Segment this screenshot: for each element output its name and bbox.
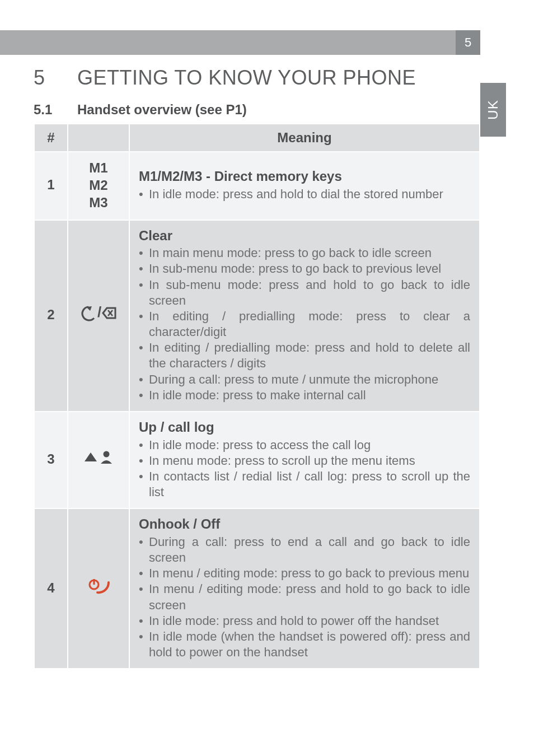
bullet: In main menu mode: press to go back to i… [139, 245, 470, 261]
bullet: In idle mode: press to make internal cal… [139, 388, 470, 403]
table-row: 3 Up / call log In id [34, 412, 480, 508]
row-meaning-cell: Clear In main menu mode: press to go bac… [129, 220, 480, 412]
content: 5 GETTING TO KNOW YOUR PHONE 5.1 Handset… [34, 66, 480, 669]
bullet: In idle mode: press and hold to power of… [139, 613, 470, 629]
m3-label: M3 [77, 194, 120, 211]
row-meaning-cell: Up / call log In idle mode: press to acc… [129, 412, 480, 508]
table-row: 1 M1 M2 M3 M1/M2/M3 - Direct memory keys… [34, 152, 480, 220]
bullet: In menu / editing mode: press to go back… [139, 566, 470, 581]
row-number: 4 [34, 508, 68, 669]
row-number: 2 [34, 220, 68, 412]
bullet: In idle mode: press and hold to dial the… [139, 186, 470, 202]
row-title: Clear [139, 227, 470, 245]
svg-point-4 [104, 451, 110, 457]
overview-table: # Meaning 1 M1 M2 M3 [34, 123, 480, 669]
bullet: In editing / predialling mode: press and… [139, 340, 470, 371]
back-delete-icon: / [81, 305, 116, 326]
bullet: In menu mode: press to scroll up the men… [139, 453, 470, 469]
m2-label: M2 [77, 176, 120, 194]
bullet-list: In idle mode: press to access the call l… [139, 437, 470, 501]
header-num: # [34, 124, 68, 152]
row-meaning-cell: M1/M2/M3 - Direct memory keys In idle mo… [129, 152, 480, 220]
row-icon-cell [68, 508, 129, 669]
svg-marker-3 [85, 452, 97, 461]
subsection-number: 5.1 [34, 102, 77, 118]
bullet-list: In idle mode: press and hold to dial the… [139, 186, 470, 202]
table-row: 2 / [34, 220, 480, 412]
bullet: In idle mode (when the handset is powere… [139, 629, 470, 660]
memory-keys-icon: M1 M2 M3 [77, 159, 120, 212]
bullet: In sub-menu mode: press and hold to go b… [139, 277, 470, 309]
bullet: In contacts list / redial list / call lo… [139, 469, 470, 500]
svg-text:/: / [97, 305, 101, 320]
section-number: 5 [34, 66, 77, 90]
row-icon-cell [68, 412, 129, 508]
up-person-icon [82, 449, 115, 470]
bullet-list: In main menu mode: press to go back to i… [139, 245, 470, 403]
section-heading: 5 GETTING TO KNOW YOUR PHONE [34, 66, 480, 90]
row-icon-cell: M1 M2 M3 [68, 152, 129, 220]
page-number-box: 5 [456, 30, 480, 55]
header-icon [68, 124, 129, 152]
table-header-row: # Meaning [34, 124, 480, 152]
language-tab: UK [480, 83, 506, 137]
bullet: In idle mode: press to access the call l… [139, 437, 470, 453]
row-number: 1 [34, 152, 68, 220]
row-title: Onhook / Off [139, 516, 470, 533]
language-label: UK [485, 100, 501, 119]
page: 5 UK 5 GETTING TO KNOW YOUR PHONE 5.1 Ha… [0, 0, 534, 756]
bullet-list: During a call: press to end a call and g… [139, 534, 470, 660]
row-title: Up / call log [139, 419, 470, 436]
header-meaning: Meaning [129, 124, 480, 152]
row-title: M1/M2/M3 - Direct memory keys [139, 168, 470, 185]
page-number: 5 [465, 35, 471, 50]
bullet: In menu / editing mode: press and hold t… [139, 581, 470, 613]
bullet: During a call: press to end a call and g… [139, 534, 470, 566]
bullet: In editing / predialling mode: press to … [139, 309, 470, 340]
row-icon-cell: / [68, 220, 129, 412]
onhook-off-icon [86, 575, 111, 601]
header-band [0, 30, 480, 55]
section-title: GETTING TO KNOW YOUR PHONE [77, 66, 416, 90]
table-row: 4 Onhook / Off During [34, 508, 480, 669]
bullet: In sub-menu mode: press to go back to pr… [139, 261, 470, 277]
row-number: 3 [34, 412, 68, 508]
row-meaning-cell: Onhook / Off During a call: press to end… [129, 508, 480, 669]
subsection-heading: 5.1 Handset overview (see P1) [34, 102, 480, 118]
subsection-title: Handset overview (see P1) [77, 102, 247, 118]
bullet: During a call: press to mute / unmute th… [139, 372, 470, 388]
m1-label: M1 [77, 159, 120, 176]
